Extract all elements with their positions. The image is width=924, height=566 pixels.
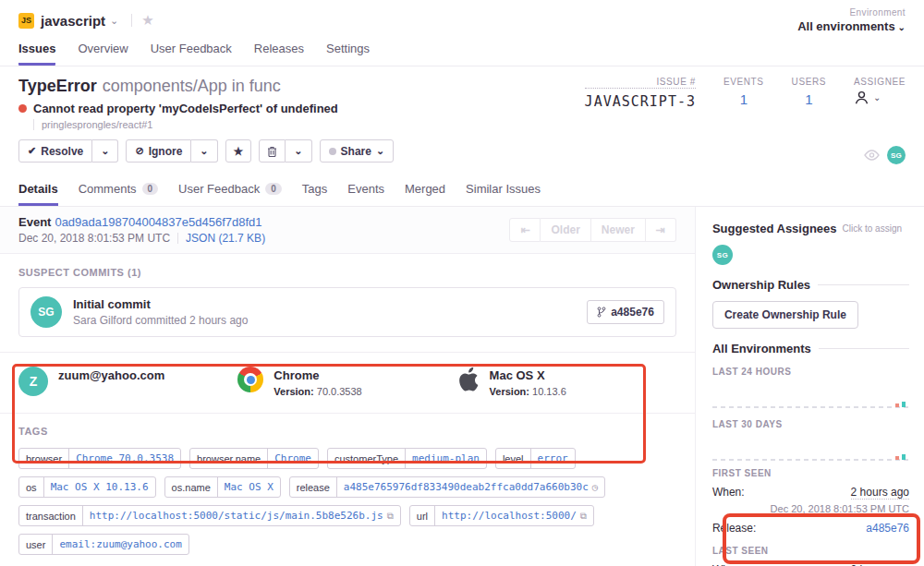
chrome-icon (237, 367, 263, 392)
assignee-dropdown[interactable]: ⌄ (854, 90, 906, 104)
top-bar: JS javascript ⌄ ★ Environment All enviro… (0, 0, 924, 66)
issue-annotation[interactable]: pringlesprongles/react#1 (33, 119, 545, 130)
sentry-issue-page: JS javascript ⌄ ★ Environment All enviro… (0, 0, 924, 566)
error-level-dot (18, 104, 27, 113)
issue-number: JAVASCRIPT-3 (585, 93, 696, 110)
tab-comments[interactable]: Comments0 (79, 175, 158, 206)
tags-title: TAGS (18, 426, 676, 437)
ignore-button[interactable]: ⊘Ignore (126, 139, 191, 163)
divider (131, 14, 132, 27)
tag-customer-type[interactable]: customerTypemedium-plan (327, 448, 487, 469)
comments-count-badge: 0 (142, 183, 159, 195)
environment-select[interactable]: All environments⌄ (797, 19, 906, 33)
tag-browser-name[interactable]: browser.nameChrome (189, 448, 319, 469)
delete-dropdown-button[interactable]: ⌄ (286, 139, 311, 163)
tab-merged[interactable]: Merged (405, 175, 445, 206)
star-button[interactable]: ★ (225, 139, 252, 163)
tab-tags[interactable]: Tags (302, 175, 327, 206)
project-platform-icon: JS (18, 13, 34, 29)
browser-version-label: Version: (274, 386, 313, 397)
tab-events[interactable]: Events (347, 175, 384, 206)
feedback-count-badge: 0 (265, 183, 282, 195)
tag-browser[interactable]: browserChrome 70.0.3538 (18, 448, 181, 469)
nav-tab-overview[interactable]: Overview (78, 42, 128, 66)
tab-similar-issues[interactable]: Similar Issues (466, 175, 541, 206)
tag-os-name[interactable]: os.nameMac OS X (164, 476, 281, 498)
user-email: zuum@yahoo.com (58, 368, 164, 382)
environment-label: Environment (797, 7, 906, 18)
tag-user[interactable]: useremail:zuum@yahoo.com (18, 534, 189, 555)
viewer-avatar[interactable]: SG (887, 146, 906, 164)
first-seen-when: 2 hours ago (851, 486, 909, 500)
bookmark-star-icon[interactable]: ★ (141, 12, 153, 29)
commit-author-avatar: SG (30, 296, 62, 328)
clock-icon: ◷ (592, 482, 598, 492)
tab-details[interactable]: Details (18, 175, 58, 206)
last-24-hours-label: LAST 24 HOURS (712, 367, 909, 377)
tags-section: TAGS browserChrome 70.0.3538 browser.nam… (0, 414, 695, 566)
event-date: Dec 20, 2018 8:01:53 PM UTC (18, 232, 170, 245)
assignee-label: ASSIGNEE (854, 77, 906, 87)
issue-title: TypeErrorcomponents/App in func (18, 77, 545, 96)
chevron-down-icon[interactable]: ⌄ (110, 15, 118, 27)
tag-url[interactable]: urlhttp://localhost:5000/⧉ (409, 505, 594, 526)
last-24-hours-sparkline (712, 380, 909, 408)
commit-meta: Sara Gilford committed 2 hours ago (73, 314, 248, 327)
external-link-icon: ⧉ (580, 511, 587, 522)
delete-button[interactable] (259, 139, 286, 163)
last-event-button[interactable]: ⇥ (646, 218, 676, 242)
commit-sha-button[interactable]: a485e76 (587, 300, 664, 324)
chevron-down-icon: ⌄ (294, 145, 302, 157)
create-ownership-rule-button[interactable]: Create Ownership Rule (712, 301, 858, 329)
divider (177, 233, 178, 244)
commit-title: Initial commit (73, 297, 248, 311)
ignore-dropdown-button[interactable]: ⌄ (191, 139, 217, 163)
chevron-down-icon: ⌄ (873, 92, 881, 102)
chevron-down-icon: ⌄ (101, 145, 109, 157)
suggested-assignees-hint: Click to assign (843, 223, 902, 234)
tag-transaction[interactable]: transactionhttp://localhost:5000/static/… (18, 505, 401, 526)
nav-tab-issues[interactable]: Issues (18, 42, 55, 66)
first-seen-label: FIRST SEEN (712, 468, 909, 478)
tag-level[interactable]: levelerror (495, 448, 576, 469)
resolve-dropdown-button[interactable]: ⌄ (92, 139, 118, 163)
all-environments-title: All Environments (712, 342, 811, 355)
tag-release[interactable]: releasea485e765976df833490deab2ffca0dd7a… (289, 476, 605, 498)
user-avatar: Z (18, 367, 48, 396)
chevron-down-icon: ⌄ (898, 22, 906, 32)
trash-icon (267, 146, 277, 157)
share-button[interactable]: Share⌄ (320, 139, 395, 163)
star-icon: ★ (234, 145, 244, 158)
nav-tab-settings[interactable]: Settings (326, 42, 370, 66)
issue-actions: ✔Resolve ⌄ ⊘Ignore ⌄ ★ ⌄ Share⌄ (18, 139, 545, 163)
users-count-link[interactable]: 1 (792, 91, 826, 107)
issue-tabs: Details Comments0 User Feedback0 Tags Ev… (0, 175, 924, 207)
older-event-button[interactable]: Older (541, 218, 590, 242)
chevron-down-icon: ⌄ (200, 145, 208, 157)
tag-os[interactable]: osMac OS X 10.13.6 (18, 476, 156, 498)
events-count-link[interactable]: 1 (723, 91, 764, 107)
suggested-assignee-avatar[interactable]: SG (712, 245, 733, 265)
event-label: Event (18, 215, 51, 229)
event-json-link[interactable]: JSON (21.7 KB) (186, 232, 265, 245)
spark-bar-red (895, 403, 899, 407)
context-os: Mac OS X Version: 10.13.6 (457, 367, 676, 397)
first-seen-release-link[interactable]: a485e76 (866, 522, 909, 535)
nav-tab-releases[interactable]: Releases (254, 42, 304, 66)
nav-tab-user-feedback[interactable]: User Feedback (151, 42, 232, 66)
resolve-button[interactable]: ✔Resolve (18, 139, 92, 163)
ignore-icon: ⊘ (135, 145, 143, 157)
person-icon (854, 90, 869, 104)
project-name[interactable]: javascript (41, 13, 105, 29)
newer-event-button[interactable]: Newer (591, 218, 646, 242)
context-browser: Chrome Version: 70.0.3538 (237, 367, 456, 397)
events-label: EVENTS (723, 77, 764, 87)
event-id-link[interactable]: 0ad9ada198704004837e5d456f7d8fd1 (55, 215, 261, 229)
when-label: When: (712, 486, 745, 499)
first-event-button[interactable]: ⇤ (509, 218, 541, 242)
os-version-label: Version: (490, 386, 529, 397)
tab-user-feedback[interactable]: User Feedback0 (178, 175, 282, 206)
check-icon: ✔ (28, 145, 36, 157)
event-toolbar: Event0ad9ada198704004837e5d456f7d8fd1 De… (0, 207, 695, 254)
external-link-icon: ⧉ (387, 511, 394, 522)
